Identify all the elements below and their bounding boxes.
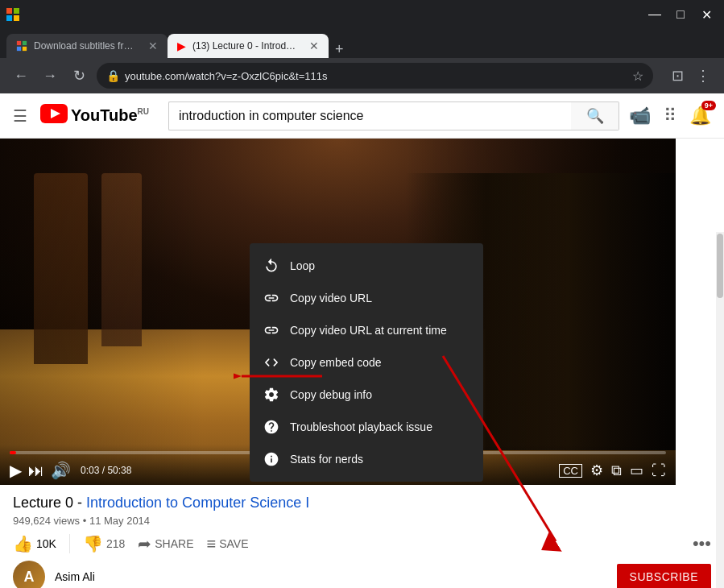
hamburger-menu-button[interactable]: ☰: [13, 106, 27, 126]
link-icon: [263, 290, 280, 306]
channel-avatar: A: [13, 561, 45, 588]
youtube-logo-icon: [40, 103, 68, 129]
subscribe-button[interactable]: SUBSCRIBE: [617, 564, 711, 588]
context-copy-url-time-label: Copy video URL at current time: [290, 324, 447, 337]
dislike-count: 218: [106, 537, 125, 550]
address-bar: ← → ↻ 🔒 youtube.com/watch?v=z-OxzlC6pic&…: [0, 58, 724, 93]
video-info: Lecture 0 - Introduction to Computer Sci…: [0, 485, 724, 588]
notification-badge: 9+: [701, 101, 716, 110]
browser-tab-1[interactable]: Download subtitles from YouTub... ✕: [6, 34, 168, 58]
video-title-link[interactable]: Introduction to Computer Science I: [86, 495, 309, 511]
play-pause-button[interactable]: ▶: [10, 461, 22, 480]
like-count: 10K: [36, 537, 56, 550]
dislike-button[interactable]: 👎 218: [83, 534, 125, 553]
context-menu-copy-url-time[interactable]: Copy video URL at current time: [250, 314, 483, 346]
current-time: 0:03: [81, 465, 99, 476]
video-title: Lecture 0 - Introduction to Computer Sci…: [13, 495, 309, 511]
time-display: 0:03 / 50:38: [81, 465, 131, 476]
scrollbar-thumb[interactable]: [717, 234, 723, 298]
context-troubleshoot-label: Troubleshoot playback issue: [290, 420, 432, 433]
theater-button[interactable]: ▭: [630, 462, 643, 479]
reload-button[interactable]: ↻: [68, 64, 90, 87]
like-divider: [69, 534, 70, 553]
like-button[interactable]: 👍 10K: [13, 534, 56, 553]
annotation-arrow-down: [435, 348, 580, 557]
svg-rect-1: [14, 8, 19, 14]
tabs-bar: Download subtitles from YouTub... ✕ ▶ (1…: [0, 29, 724, 58]
page-scrollbar[interactable]: [716, 232, 724, 588]
thumbs-down-icon: 👎: [83, 534, 103, 553]
context-menu-loop[interactable]: Loop: [250, 250, 483, 282]
save-label: SAVE: [219, 537, 248, 550]
svg-rect-3: [14, 15, 19, 21]
maximize-button[interactable]: □: [669, 3, 692, 26]
bookmark-star-icon[interactable]: ☆: [632, 68, 643, 84]
search-button[interactable]: 🔍: [571, 101, 619, 130]
browser-toolbar-right: ⊡ ⋮: [666, 64, 714, 87]
tab-close-2[interactable]: ✕: [309, 39, 319, 52]
settings-button[interactable]: ⚙: [590, 462, 603, 479]
link-time-icon: [263, 322, 280, 338]
browser-menu-icon[interactable]: ⋮: [692, 64, 714, 87]
new-tab-button[interactable]: +: [329, 41, 350, 58]
total-time: 50:38: [107, 465, 131, 476]
info-icon: [263, 451, 280, 467]
search-wrap: 🔍: [168, 101, 619, 130]
thumbs-up-icon: 👍: [13, 534, 33, 553]
svg-line-13: [443, 356, 556, 541]
tab-favicon-1: [16, 40, 27, 52]
context-copy-url-label: Copy video URL: [290, 292, 372, 304]
svg-rect-0: [6, 8, 12, 14]
view-count: 949,624 views: [13, 515, 80, 527]
share-button[interactable]: ➦ SHARE: [138, 534, 193, 553]
context-menu-copy-url[interactable]: Copy video URL: [250, 282, 483, 314]
svg-rect-4: [17, 41, 21, 45]
back-button[interactable]: ←: [10, 64, 32, 87]
notifications-button[interactable]: 🔔 9+: [689, 106, 711, 126]
youtube-logo-text: YouTubeRU: [71, 106, 149, 125]
window-controls: — □ ✕: [643, 3, 718, 26]
browser-tab-2[interactable]: ▶ (13) Lecture 0 - Introduction to C... …: [168, 34, 329, 58]
share-label: SHARE: [155, 537, 193, 550]
youtube-logo[interactable]: YouTubeRU: [40, 103, 149, 129]
video-player[interactable]: >> [MUSIC PLAYING] Loop Copy video URL: [0, 139, 676, 485]
create-video-icon[interactable]: 📹: [629, 106, 651, 126]
cast-icon[interactable]: ⊡: [666, 64, 689, 87]
windows-logo-icon: [6, 8, 19, 21]
tab-title-2: (13) Lecture 0 - Introduction to C...: [192, 40, 300, 52]
loop-icon: [263, 258, 280, 274]
tab-close-1[interactable]: ✕: [148, 39, 158, 52]
lock-icon: 🔒: [106, 69, 120, 82]
miniplayer-button[interactable]: ⧉: [611, 462, 622, 479]
save-icon: ≡: [207, 535, 217, 553]
forward-button[interactable]: →: [39, 64, 61, 87]
svg-rect-5: [23, 41, 27, 45]
fullscreen-button[interactable]: ⛶: [652, 462, 666, 479]
address-text: youtube.com/watch?v=z-OxzlC6pic&t=111s: [125, 70, 627, 82]
volume-button[interactable]: 🔊: [51, 461, 71, 480]
minimize-button[interactable]: —: [643, 3, 666, 26]
next-button[interactable]: ⏭: [28, 462, 44, 480]
search-icon: 🔍: [586, 107, 604, 125]
more-options-button[interactable]: •••: [693, 533, 711, 554]
svg-rect-7: [23, 47, 27, 51]
search-input[interactable]: [168, 101, 571, 130]
browser-titlebar: — □ ✕: [0, 0, 724, 29]
apps-icon[interactable]: ⠿: [664, 106, 676, 126]
video-title-row: Lecture 0 - Introduction to Computer Sci…: [13, 495, 711, 511]
address-input-wrap[interactable]: 🔒 youtube.com/watch?v=z-OxzlC6pic&t=111s…: [97, 63, 653, 89]
close-button[interactable]: ✕: [695, 3, 718, 26]
video-meta: 949,624 views • 11 May 2014: [13, 515, 711, 527]
youtube-header: ☰ YouTubeRU 🔍 📹 ⠿ 🔔 9+: [0, 93, 724, 139]
save-button[interactable]: ≡ SAVE: [207, 535, 249, 553]
video-actions: 👍 10K 👎 218 ➦ SHARE ≡ SAVE •••: [13, 533, 711, 554]
progress-fill: [10, 451, 16, 454]
annotation-arrow-left: [234, 356, 322, 396]
upload-date: •: [83, 515, 89, 527]
context-stats-label: Stats for nerds: [290, 453, 363, 466]
youtube-logo-superscript: RU: [138, 107, 149, 116]
tab-title-1: Download subtitles from YouTub...: [34, 40, 139, 52]
channel-name[interactable]: Asim Ali: [55, 570, 95, 583]
svg-rect-2: [6, 15, 12, 21]
actions-right: SUBSCRIBE: [617, 564, 711, 588]
